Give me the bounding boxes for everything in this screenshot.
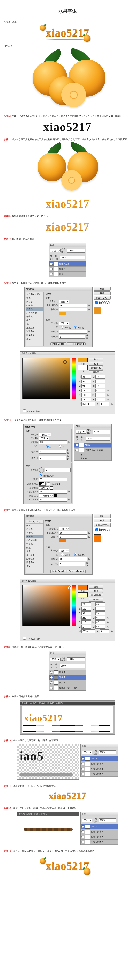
cp-add[interactable]: 添加到色板 [89, 366, 103, 370]
ig-size[interactable] [59, 335, 85, 339]
canvas-brush: 文件(F)编辑(E)图像(I)图层(L) [17, 812, 79, 845]
blend-select[interactable]: 滤色 [59, 300, 69, 303]
preview-swatch [94, 307, 101, 314]
src-center[interactable] [61, 326, 64, 329]
step-6: 步骤6：向文字图设选斜面和浮雕，具体参设置如下图示： [4, 418, 131, 422]
cp-lib[interactable]: 颜色库 [89, 371, 103, 374]
layer-fx[interactable]: 效果 [75, 453, 111, 457]
step-5: 步骤5：放大字体如图图样式，设置内发光，具体参数如下图示： [4, 281, 131, 285]
layer-style-dialog-2: 图层样式 混合选项：默认 投影 内阴影 外发光 内发光 斜面和浮雕 等高线 纹理… [24, 514, 92, 574]
page-title: 水果字体 [4, 8, 131, 14]
step-4: 步骤4：拷贝图层，向左平移排。 [4, 237, 131, 241]
intro-text: 先来看效果图： [4, 21, 131, 24]
step-7: 步骤7：给素材文字层复制点图图样式，设置内发光，具体参数设置如下： [4, 509, 131, 512]
color-swatch[interactable] [59, 312, 66, 315]
src-edge[interactable] [74, 326, 77, 329]
ig-opacity[interactable] [59, 304, 87, 307]
step2-figure [4, 143, 131, 194]
canvas-checker: iao5 [17, 744, 79, 780]
layer-item[interactable]: 橙图层副本 [49, 261, 86, 267]
cp-hue[interactable] [72, 358, 76, 399]
step2-word: xiao5217 [46, 198, 89, 210]
reset-default-btn[interactable]: Reset to Default [67, 342, 86, 345]
ig-method[interactable]: 柔和 [59, 321, 69, 325]
layer-style-dialog: 图层样式 混合选项：默认 投影 内阴影 外发光 内发光 斜面和浮雕 等高线 纹理… [24, 287, 92, 347]
eye-icon[interactable] [50, 268, 53, 270]
color-picker-1: 选择内发光颜色： 新的 当前 确定 取消 [20, 352, 115, 414]
color-swatch[interactable] [59, 539, 66, 542]
step-8: 步骤8：同样建一层，向右后面装了图层放在水面，如下图示： [4, 646, 131, 649]
color-picker-2: 选择内发光颜色： 新的 当前 确定 取消 [20, 579, 115, 641]
step3-word: xiao5217 [46, 220, 89, 233]
step-12: 步骤12：新建一组由，同前一样做，为其添纹横笔刷，填充以下来的效果。 [4, 806, 131, 810]
step-10: 步骤10：新建一图层，选图选区，拷上图通，如下图示： [4, 739, 131, 742]
ok-btn[interactable]: 确定 [94, 287, 111, 291]
new-style-btn[interactable]: 新建样式(W)... [94, 296, 111, 300]
hero-word: xiao5217 [46, 27, 89, 39]
cp-ok[interactable]: 确定 [89, 358, 103, 361]
layers-panel-c: 图层 正常不透明度: 锁定:填充: 图层 1 形状 1 图层 2 橙图层（合并）… [49, 651, 86, 690]
ig-noise[interactable] [59, 308, 87, 311]
cancel-btn[interactable]: 取消 [94, 291, 111, 295]
preview-check[interactable] [95, 301, 98, 304]
canvas-marquee: 文件(F)编辑(E)图像(I)图层(L)选择(S) xiao5217 [20, 700, 115, 735]
layer-item[interactable]: 橙图层（合并）副本 [75, 448, 111, 453]
step-13: 步骤13：最后给文字图层把添加一梱影子，并加上横橙材图，完！如何做这种类的果面就… [4, 850, 131, 853]
layer-item[interactable]: 图层 0 [49, 272, 86, 277]
make-default-btn[interactable]: Make Default [51, 342, 66, 345]
ig-choke[interactable] [59, 330, 87, 334]
plain-word: xiao5217 [43, 120, 92, 134]
bevel-panel: 斜面和浮雕 结构 样式(T):内斜面 方法(Q):平滑 深度(D):% 方向:上… [24, 424, 73, 504]
oranges-material [4, 50, 131, 110]
cp-field[interactable] [22, 358, 70, 399]
opacity-input[interactable] [67, 249, 85, 253]
layer-item[interactable]: 图层 2 [75, 442, 111, 448]
websafe-check[interactable] [23, 409, 26, 412]
layers-panel-b: 图层 正常不透明度: 锁定:填充: 图层 2 橙图层（合并）副本 效果 内发光 [74, 424, 111, 461]
eye-icon[interactable] [50, 273, 53, 275]
cp-cancel[interactable]: 取消 [89, 362, 103, 366]
hero-figure: xiao5217 [4, 26, 131, 40]
step-11: 步骤11：拷出来后填一张，设放把图层置下到字下面。 [4, 784, 131, 788]
layers-panel-a: 图层 正常不透明度: 锁定:填充: 橙图层副本 橙图层 图层 0 [49, 243, 86, 277]
fill-input[interactable] [60, 256, 85, 259]
brush-stroke [24, 828, 73, 831]
step-3: 步骤3：按键不取消如下图说效，如下图所示： [4, 215, 131, 218]
blend-mode-select[interactable]: 正常 [50, 249, 60, 252]
layers-panel-d: 图层 正常不透明度: 图层 3 图层 1 副本 6 图层 1 副本 5 图层 1… [80, 744, 118, 777]
material-label: 准备材图： [4, 44, 131, 48]
layer-item[interactable]: 橙图层 [49, 267, 86, 272]
step-2: 步骤2：载入椭字图工具利用椭移动工具移动把橙图像层，调整到文字的下面，缩减大小以… [4, 138, 131, 142]
hex-input[interactable] [81, 402, 95, 406]
step-1: 步骤1：新建一个500*300像素的画布，选选文字输工具，输入下图所示的文字，字… [4, 114, 131, 118]
layers-panel-e: 图层 正常不透明度: 图层 4 图层 1 副本 6 图层 1 副本 5 图层 1… [80, 812, 118, 845]
step-9: 步骤9：利用椭石选择工具选出边界： [4, 695, 131, 698]
eye-icon[interactable] [50, 262, 53, 265]
layer-fx[interactable]: 内发光 [75, 457, 111, 461]
